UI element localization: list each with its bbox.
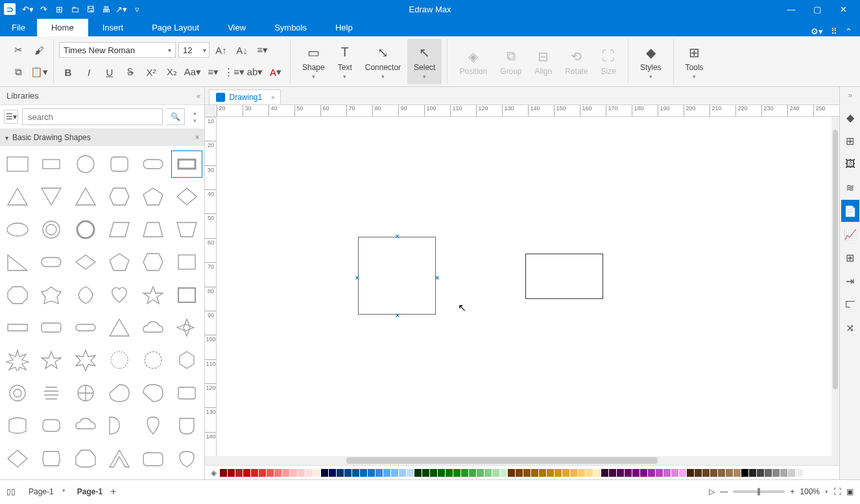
italic-button[interactable]: I [80,63,98,81]
color-swatch[interactable] [555,469,562,477]
shape-tool-button[interactable]: ▭Shape▾ [296,39,331,84]
color-swatch[interactable] [663,469,671,477]
shape-stencil[interactable] [138,347,168,373]
tab-page-layout[interactable]: Page Layout [137,19,213,36]
undo-button[interactable]: ↶▾ [21,2,35,16]
font-color-button[interactable]: A▾ [267,63,285,81]
rotate-button[interactable]: ⟲Rotate [558,39,594,84]
collapse-right-panel-icon[interactable]: » [848,91,852,100]
color-swatch[interactable] [593,469,601,477]
redo-button[interactable]: ↷ [36,2,51,16]
shape-stencil[interactable] [70,184,100,210]
fill-panel-icon[interactable]: ◆ [841,106,859,128]
styles-button[interactable]: ◆Styles▾ [634,39,668,84]
shape-stencil[interactable] [70,249,100,275]
color-swatch[interactable] [376,469,383,477]
align-para-button[interactable]: ≡▾ [254,41,272,59]
format-painter-button[interactable]: 🖌 [30,41,48,59]
shape-stencil[interactable] [104,315,134,341]
search-input[interactable] [22,108,163,125]
shape-stencil[interactable] [104,347,134,373]
color-swatch[interactable] [469,469,476,477]
shape-stencil[interactable] [138,151,168,177]
color-swatch[interactable] [586,469,593,477]
font-size-select[interactable]: 12 [178,42,209,58]
shape-stencil[interactable] [104,380,134,406]
superscript-button[interactable]: X² [142,63,160,81]
strike-button[interactable]: S̶ [121,63,139,81]
shape-stencil[interactable] [36,151,66,177]
collapse-ribbon-icon[interactable]: ⌃ [845,27,852,36]
position-button[interactable]: ◈Position [453,39,494,84]
qat-more-button[interactable]: ▿ [130,2,144,16]
shape-stencil[interactable] [172,282,202,308]
tab-view[interactable]: View [213,19,260,36]
color-swatch[interactable] [235,469,243,477]
color-swatch[interactable] [508,469,515,477]
shape-stencil[interactable] [172,184,202,210]
shape-stencil[interactable] [172,380,202,406]
lib-up-icon[interactable]: ▴ [193,110,197,116]
color-swatch[interactable] [313,469,320,477]
color-swatch[interactable] [718,469,725,477]
shape-stencil[interactable] [36,217,66,243]
color-swatch[interactable] [726,469,733,477]
color-swatch[interactable] [796,469,803,477]
color-swatch[interactable] [679,469,686,477]
color-swatch[interactable] [695,469,702,477]
color-swatch[interactable] [383,469,390,477]
shape-stencil[interactable] [104,446,134,472]
maximize-button[interactable]: ▢ [804,0,830,18]
color-swatch[interactable] [484,469,492,477]
shape-stencil[interactable] [70,151,100,177]
bold-button[interactable]: B [59,63,77,81]
color-swatch[interactable] [267,469,274,477]
canvas[interactable]: × × × × ↖ [217,117,839,456]
color-swatch[interactable] [710,469,717,477]
color-swatch[interactable] [461,469,468,477]
document-tab[interactable]: Drawing1 × [209,90,281,104]
page-list-icon[interactable]: ▯▯ [6,487,16,496]
color-swatch[interactable] [453,469,460,477]
color-swatch[interactable] [352,469,359,477]
shape-stencil[interactable] [138,249,168,275]
tab-help[interactable]: Help [321,19,367,36]
shape-stencil[interactable] [36,184,66,210]
save-button[interactable]: 🖫 [83,2,97,16]
zoom-in-button[interactable]: + [790,487,794,496]
page-select[interactable]: Page-1 [23,486,69,498]
shape-stencil[interactable] [3,413,32,438]
paste-button[interactable]: 📋▾ [30,63,48,81]
color-swatch[interactable] [298,469,305,477]
group-button[interactable]: ⧉Group [494,39,528,84]
shape-stencil[interactable] [3,347,32,373]
shape-stencil[interactable] [104,184,134,210]
subscript-button[interactable]: X₂ [163,63,181,81]
settings-icon[interactable]: ⚙▾ [811,27,823,36]
tab-symbols[interactable]: Symbols [260,19,321,36]
shape-stencil[interactable] [138,413,168,438]
shape-stencil[interactable] [36,315,66,341]
shape-stencil[interactable] [36,347,66,373]
color-swatch[interactable] [640,469,647,477]
shape-stencil[interactable] [104,413,134,438]
add-page-button[interactable]: + [110,486,116,498]
library-menu-button[interactable]: ☰▾ [4,110,18,124]
shape-stencil[interactable] [70,413,100,438]
tab-file[interactable]: File [0,19,37,36]
zoom-out-button[interactable]: — [720,487,728,496]
shape-stencil[interactable] [104,249,134,275]
export-button[interactable]: ↗▾ [114,2,128,16]
tools-button[interactable]: ⊞Tools▾ [679,39,710,84]
shape-stencil[interactable] [36,249,66,275]
color-swatch[interactable] [601,469,608,477]
shape-stencil[interactable] [3,380,32,406]
color-swatch[interactable] [656,469,663,477]
handle-n[interactable]: × [395,232,399,240]
shape-stencil[interactable] [3,249,32,275]
color-swatch[interactable] [687,469,694,477]
canvas-shape-selected[interactable]: × × × × [358,237,436,315]
shuffle-panel-icon[interactable]: ⤨ [841,317,859,339]
grow-font-button[interactable]: A↑ [212,41,230,59]
zoom-slider[interactable] [733,490,785,493]
